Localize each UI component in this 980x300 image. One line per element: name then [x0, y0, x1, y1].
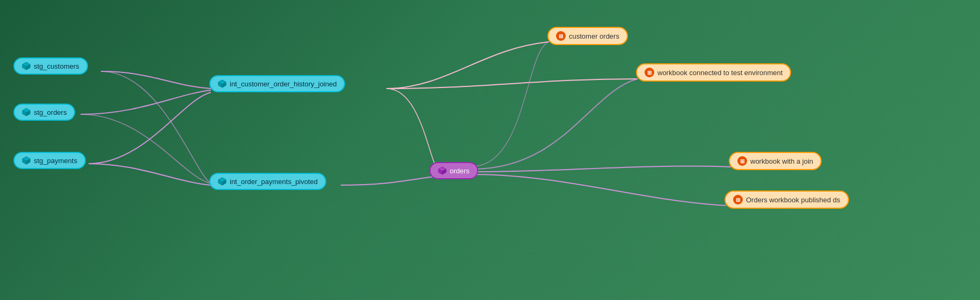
node-orders-published-label: Orders workbook published ds [746, 196, 840, 204]
cube-icon [218, 79, 226, 88]
node-int-customer[interactable]: int_customer_order_history_joined [209, 75, 345, 92]
node-workbook-test-label: workbook connected to test environment [657, 69, 782, 77]
datasource-icon: ⊞ [733, 195, 743, 204]
datasource-icon: ⊞ [556, 31, 566, 41]
cube-icon [218, 177, 226, 186]
node-int-order-label: int_order_payments_pivoted [230, 178, 318, 186]
connections-svg [0, 0, 980, 300]
node-stg-customers-label: stg_customers [34, 62, 79, 70]
node-orders-published[interactable]: ⊞ Orders workbook published ds [725, 191, 849, 209]
cube-icon [22, 62, 31, 70]
node-orders-label: orders [450, 167, 470, 175]
node-stg-orders[interactable]: stg_orders [13, 104, 75, 121]
node-stg-payments[interactable]: stg_payments [13, 152, 86, 169]
node-int-customer-label: int_customer_order_history_joined [230, 80, 337, 88]
node-stg-payments-label: stg_payments [34, 157, 77, 165]
node-orders[interactable]: orders [429, 162, 478, 179]
cube-icon [22, 156, 31, 165]
node-stg-orders-label: stg_orders [34, 108, 67, 116]
node-customer-orders[interactable]: ⊞ customer orders [547, 27, 628, 45]
datasource-icon: ⊞ [645, 68, 654, 77]
node-customer-orders-label: customer orders [569, 32, 619, 40]
datasource-icon: ⊞ [737, 156, 747, 166]
graph-container: stg_customers stg_orders stg_payments [0, 0, 980, 300]
cube-icon [22, 108, 31, 116]
node-int-order[interactable]: int_order_payments_pivoted [209, 173, 326, 190]
node-stg-customers[interactable]: stg_customers [13, 57, 88, 75]
node-workbook-join-label: workbook with a join [750, 157, 813, 165]
node-workbook-test[interactable]: ⊞ workbook connected to test environment [636, 63, 791, 82]
node-workbook-join[interactable]: ⊞ workbook with a join [729, 152, 822, 170]
purple-cube-icon [438, 166, 447, 175]
